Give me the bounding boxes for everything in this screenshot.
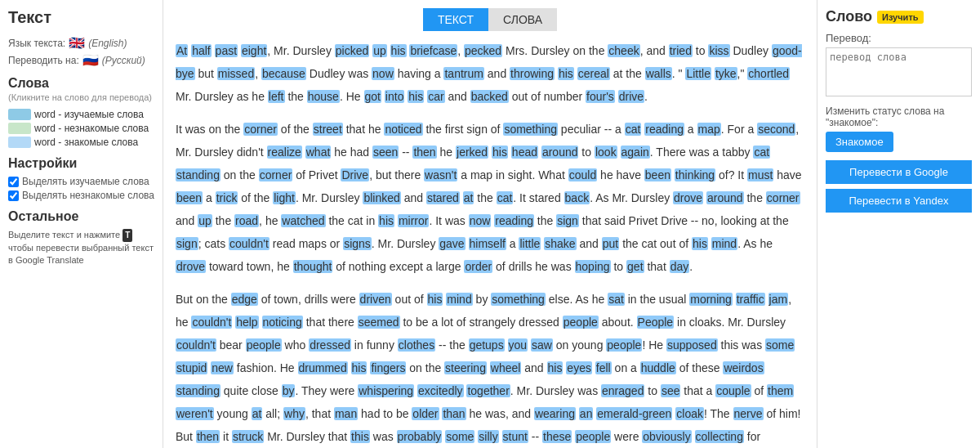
word-pecked[interactable]: pecked <box>464 44 502 57</box>
word-gave[interactable]: gave <box>439 237 465 250</box>
word-standing[interactable]: standing <box>176 168 220 181</box>
word-corner[interactable]: corner <box>243 123 278 136</box>
word-seen[interactable]: seen <box>372 146 399 159</box>
word-tantrum[interactable]: tantrum <box>443 67 483 80</box>
word-then[interactable]: then <box>412 146 436 159</box>
word-supposed[interactable]: supposed <box>666 338 718 352</box>
word-drove2[interactable]: drove <box>176 260 206 273</box>
word-people[interactable]: people <box>563 316 599 329</box>
word-eyes[interactable]: eyes <box>566 361 592 374</box>
word-some2[interactable]: some <box>445 430 474 443</box>
word-get[interactable]: get <box>626 260 644 273</box>
word-thinking[interactable]: thinking <box>675 168 715 181</box>
word-dressed[interactable]: dressed <box>309 338 351 352</box>
word-back[interactable]: back <box>564 191 590 204</box>
word-standing2[interactable]: standing <box>176 384 220 397</box>
word-up[interactable]: up <box>372 44 387 57</box>
word-around[interactable]: around <box>541 146 579 159</box>
word-mind[interactable]: mind <box>711 237 737 250</box>
word-seemed[interactable]: seemed <box>358 316 400 329</box>
word-morning[interactable]: morning <box>689 293 733 306</box>
word-stared[interactable]: stared <box>426 191 460 204</box>
checkbox-studied-input[interactable] <box>8 177 19 187</box>
word-drove[interactable]: drove <box>673 191 703 204</box>
word-wasnt[interactable]: wasn't <box>424 168 457 181</box>
word-been[interactable]: been <box>644 168 671 181</box>
word-himself[interactable]: himself <box>469 237 506 250</box>
word-whispering[interactable]: whispering <box>358 384 414 397</box>
word-put[interactable]: put <box>602 237 619 250</box>
word-people3[interactable]: people <box>606 338 642 352</box>
word-look[interactable]: look <box>595 146 617 159</box>
word-you[interactable]: you <box>508 338 528 352</box>
word-older[interactable]: older <box>412 407 439 420</box>
word-something2[interactable]: something <box>491 293 546 306</box>
word-sign[interactable]: sign <box>556 214 579 227</box>
word-into[interactable]: into <box>385 90 405 103</box>
word-tried[interactable]: tried <box>669 44 693 57</box>
word-now2[interactable]: now <box>469 214 492 227</box>
word-kiss[interactable]: kiss <box>708 44 729 57</box>
word-fingers[interactable]: fingers <box>370 361 406 374</box>
word-map[interactable]: map <box>697 123 721 136</box>
word-street[interactable]: street <box>313 123 343 136</box>
word-an[interactable]: an <box>579 407 594 420</box>
word-nerve[interactable]: nerve <box>733 407 764 420</box>
word-cat2[interactable]: cat <box>753 146 770 159</box>
word-his9[interactable]: his <box>547 361 564 374</box>
word-collecting[interactable]: collecting <box>695 430 744 443</box>
word-people2[interactable]: people <box>246 338 282 352</box>
word-man[interactable]: man <box>334 407 358 420</box>
word-wheel[interactable]: wheel <box>490 361 522 374</box>
word-traffic[interactable]: traffic <box>736 293 765 306</box>
word-must[interactable]: must <box>747 168 773 181</box>
checkbox-unknown-input[interactable] <box>8 190 19 201</box>
word-cereal[interactable]: cereal <box>577 67 610 80</box>
word-stupid[interactable]: stupid <box>176 361 207 374</box>
word-edge[interactable]: edge <box>231 293 258 306</box>
word-huddle[interactable]: huddle <box>640 361 676 374</box>
word-order[interactable]: order <box>464 260 492 273</box>
word-again[interactable]: again <box>621 146 650 159</box>
word-now[interactable]: now <box>372 67 394 80</box>
word-past[interactable]: past <box>215 44 238 57</box>
word-mirror[interactable]: mirror <box>398 214 430 227</box>
word-couldnt[interactable]: couldn't <box>229 237 270 250</box>
word-backed[interactable]: backed <box>470 90 509 103</box>
word-hoping[interactable]: hoping <box>575 260 611 273</box>
word-because[interactable]: because <box>261 67 306 80</box>
word-than[interactable]: than <box>442 407 466 420</box>
word-throwing[interactable]: throwing <box>510 67 555 80</box>
word-cheek[interactable]: cheek <box>608 44 639 57</box>
tab-text[interactable]: ТЕКСТ <box>423 8 488 31</box>
word-excitedly[interactable]: excitedly <box>417 384 463 397</box>
word-his5[interactable]: his <box>378 214 394 227</box>
word-fell[interactable]: fell <box>595 361 612 374</box>
word-steering[interactable]: steering <box>444 361 487 374</box>
word-could[interactable]: could <box>568 168 597 181</box>
word-cloak[interactable]: cloak <box>675 407 704 420</box>
word-them[interactable]: them <box>767 384 794 397</box>
word-something[interactable]: something <box>503 123 558 136</box>
word-wearing[interactable]: wearing <box>534 407 576 420</box>
word-around2[interactable]: around <box>706 191 744 204</box>
word-at[interactable]: At <box>176 44 188 57</box>
word-his7[interactable]: his <box>427 293 443 306</box>
word-struck[interactable]: struck <box>232 430 264 443</box>
study-badge[interactable]: Изучить <box>877 11 924 24</box>
word-sign2[interactable]: sign <box>176 237 198 250</box>
word-together[interactable]: together <box>466 384 510 397</box>
word-silly[interactable]: silly <box>478 430 498 443</box>
word-half[interactable]: half <box>191 44 212 57</box>
word-why[interactable]: why <box>283 407 305 420</box>
word-probably[interactable]: probably <box>397 430 443 443</box>
word-his2[interactable]: his <box>558 67 574 80</box>
word-reading2[interactable]: reading <box>494 214 534 227</box>
word-getups[interactable]: getups <box>469 338 505 352</box>
word-fours[interactable]: four's <box>586 90 615 103</box>
word-watched[interactable]: watched <box>281 214 325 227</box>
checkbox-studied[interactable]: Выделять изучаемые слова <box>8 176 154 187</box>
word-his[interactable]: his <box>390 44 407 57</box>
word-new[interactable]: new <box>211 361 234 374</box>
word-clothes[interactable]: clothes <box>398 338 435 352</box>
